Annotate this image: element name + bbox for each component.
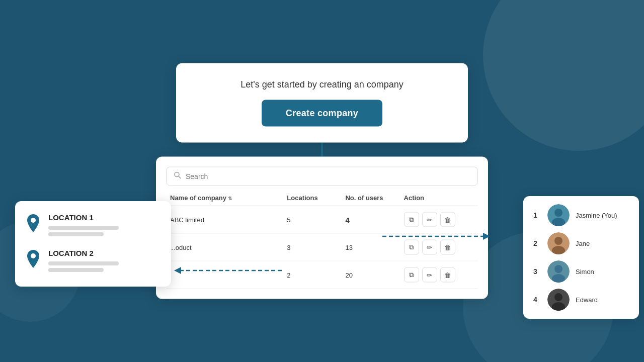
location-item-2: LOCATION 2 (25, 249, 161, 275)
create-company-button[interactable]: Create company (262, 100, 382, 127)
delete-button[interactable]: 🗑 (440, 267, 455, 283)
user-row-2: 2 Jane (533, 232, 629, 254)
users-cell: 4 (345, 215, 404, 224)
column-header-locations: Locations (287, 194, 345, 202)
location-1-title: LOCATION 1 (48, 213, 119, 222)
search-bar[interactable] (166, 167, 478, 186)
user-row-1: 1 Jasmine (You) (533, 204, 629, 226)
svg-marker-17 (483, 233, 490, 240)
location-1-content: LOCATION 1 (48, 213, 119, 239)
locations-cell: 5 (287, 216, 345, 223)
user-number-1: 1 (533, 211, 541, 219)
location-bar-1b (48, 232, 104, 236)
user-name-1: Jasmine (You) (576, 212, 617, 219)
column-header-name: Name of company (170, 194, 287, 202)
user-avatar-3 (547, 260, 570, 283)
main-content: Let's get started by creating an company… (156, 63, 488, 299)
svg-point-5 (554, 209, 562, 217)
user-number-2: 2 (533, 239, 541, 247)
edit-button[interactable]: ✏ (422, 240, 437, 255)
copy-button[interactable]: ⧉ (404, 267, 419, 283)
users-cell: 20 (345, 271, 404, 279)
delete-button[interactable]: 🗑 (440, 240, 455, 255)
copy-button[interactable]: ⧉ (404, 240, 419, 255)
location-item-1: LOCATION 1 (25, 213, 161, 239)
user-number-3: 3 (533, 267, 541, 276)
search-input[interactable] (186, 172, 470, 180)
user-row-4: 4 Edward (533, 289, 629, 311)
edit-button[interactable]: ✏ (422, 267, 437, 283)
location-bar-2a (48, 261, 119, 265)
svg-point-3 (31, 253, 36, 258)
delete-button[interactable]: 🗑 (440, 212, 455, 227)
svg-point-14 (554, 293, 562, 301)
card-subtitle: Let's get started by creating an company (206, 79, 438, 90)
create-company-card: Let's get started by creating an company… (176, 63, 468, 143)
search-icon (174, 171, 182, 182)
user-avatar-4 (547, 289, 570, 311)
user-name-2: Jane (576, 240, 590, 247)
svg-point-8 (554, 237, 562, 245)
user-row-3: 3 Simon (533, 260, 629, 283)
edit-button[interactable]: ✏ (422, 212, 437, 227)
location-2-content: LOCATION 2 (48, 249, 119, 275)
location-bar-2b (48, 268, 104, 272)
location-pin-icon-2 (25, 250, 41, 272)
svg-point-2 (31, 218, 36, 223)
svg-point-11 (554, 265, 562, 273)
svg-marker-19 (174, 267, 181, 274)
user-avatar-1 (547, 204, 570, 226)
connector-line (321, 143, 323, 157)
svg-line-1 (179, 176, 181, 178)
user-name-4: Edward (576, 296, 598, 304)
bg-decoration-1 (483, 0, 644, 151)
user-name-3: Simon (576, 268, 594, 276)
company-name-cell: ABC limited (170, 216, 287, 223)
column-header-action: Action (404, 194, 474, 202)
locations-cell: 2 (287, 271, 345, 279)
dashed-arrow-left (171, 265, 282, 276)
action-buttons: ⧉ ✏ 🗑 (404, 212, 474, 227)
action-buttons: ⧉ ✏ 🗑 (404, 267, 474, 283)
user-avatar-2 (547, 232, 570, 254)
location-pin-icon-1 (25, 214, 41, 236)
locations-cell: 3 (287, 243, 345, 251)
user-number-4: 4 (533, 296, 541, 304)
location-card: LOCATION 1 LOCATION 2 (15, 201, 171, 287)
dashed-arrow-right (382, 231, 493, 241)
company-name-cell: ...oduct (170, 243, 287, 251)
copy-button[interactable]: ⧉ (404, 212, 419, 227)
action-cell: ⧉ ✏ 🗑 (404, 267, 474, 283)
table-row: ABC limited 5 4 ⧉ ✏ 🗑 (166, 206, 478, 234)
action-buttons: ⧉ ✏ 🗑 (404, 240, 474, 255)
column-header-users: No. of users (345, 194, 404, 202)
table-header: Name of company Locations No. of users A… (166, 194, 478, 206)
users-cell: 13 (345, 243, 404, 251)
companies-table-card: Name of company Locations No. of users A… (156, 157, 488, 299)
action-cell: ⧉ ✏ 🗑 (404, 240, 474, 255)
location-2-title: LOCATION 2 (48, 249, 119, 257)
users-card: 1 Jasmine (You) 2 Jane 3 (523, 196, 639, 319)
location-bar-1a (48, 226, 119, 230)
action-cell: ⧉ ✏ 🗑 (404, 212, 474, 227)
